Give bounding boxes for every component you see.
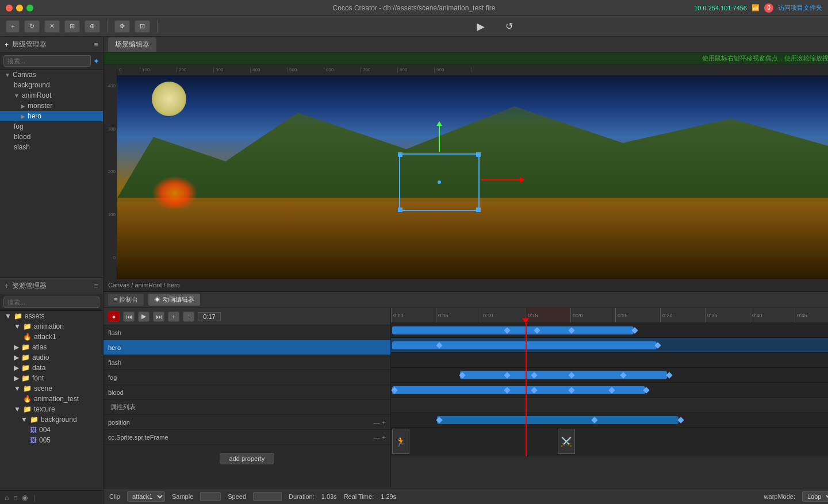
move-tool-button[interactable]: ✥: [114, 20, 130, 33]
hierarchy-menu-icon[interactable]: ≡: [94, 40, 98, 49]
rect-tool-button[interactable]: ⊡: [135, 20, 150, 33]
handle-tr[interactable]: [476, 152, 481, 157]
add2-button[interactable]: ⊕: [85, 20, 100, 33]
tree-item-monster[interactable]: ▶ monster: [0, 101, 103, 111]
timeline-track-hero[interactable]: [391, 338, 828, 353]
center-panel: 场景编辑器 ≡ 使用鼠标右键平移视窗焦点，使用滚轮缩放视图 400 300 20…: [103, 37, 828, 504]
slash-label: slash: [14, 143, 30, 151]
tree-item-canvas[interactable]: ▼ Canvas: [0, 70, 103, 80]
asset-item-atlas[interactable]: ▶ 📁 atlas: [0, 342, 103, 352]
console-tab[interactable]: ≡ 控制台: [108, 294, 144, 306]
hierarchy-search-input[interactable]: [3, 55, 91, 67]
track-fog[interactable]: fog: [103, 370, 390, 385]
atlas-folder-icon: 📁: [21, 343, 30, 351]
skip-back-button[interactable]: ⏮: [123, 311, 135, 322]
position-plus-btn[interactable]: +: [382, 419, 386, 426]
asset-item-004[interactable]: 🖼 004: [0, 425, 103, 435]
asset-item-font[interactable]: ▶ 📁 font: [0, 373, 103, 383]
clip-select[interactable]: attack1: [127, 491, 165, 502]
refresh-button[interactable]: ↻: [24, 20, 40, 33]
asset-item-bg-folder[interactable]: ▼ 📁 background: [0, 414, 103, 425]
kf-pos-3[interactable]: [677, 417, 684, 423]
time-input[interactable]: 0:17: [198, 312, 221, 321]
mark-020: 0:20: [570, 308, 615, 322]
timeline-track-blood[interactable]: [391, 383, 828, 398]
track-blood[interactable]: blood: [103, 385, 390, 400]
scene-canvas[interactable]: [117, 76, 828, 279]
hierarchy-add-icon[interactable]: +: [5, 41, 9, 49]
sprite-frame-minus-btn[interactable]: —: [374, 434, 380, 441]
asset-list-icon[interactable]: ≡: [13, 494, 17, 502]
add-button[interactable]: +: [6, 20, 20, 33]
timeline-track-sprite-frame[interactable]: 🏃 ⚔️: [391, 428, 828, 456]
ip-address: 10.0.254.101:7456: [694, 5, 747, 11]
scene-editor-tab[interactable]: 场景编辑器: [108, 37, 156, 52]
timeline-track-flash-2[interactable]: [391, 353, 828, 368]
position-minus-btn[interactable]: —: [374, 419, 380, 426]
close-button[interactable]: ✕: [44, 20, 60, 33]
speed-input[interactable]: 0.8: [253, 492, 282, 501]
animation-editor-tab[interactable]: ◈ 动画编辑器: [148, 294, 200, 306]
asset-home-icon[interactable]: ⌂: [5, 494, 9, 502]
asset-eye-icon[interactable]: ◉: [22, 494, 28, 502]
asset-item-assets[interactable]: ▼ 📁 assets: [0, 311, 103, 321]
mark-015: 0:15: [526, 308, 570, 322]
timeline-track-position[interactable]: [391, 413, 828, 428]
add-keyframe-button[interactable]: +: [168, 311, 179, 322]
handle-br[interactable]: [476, 207, 481, 212]
record-button[interactable]: ●: [108, 311, 120, 322]
tree-item-slash[interactable]: slash: [0, 142, 103, 152]
atlas-label: atlas: [32, 343, 47, 351]
tree-item-background[interactable]: background: [0, 80, 103, 90]
replay-button[interactable]: ↺: [501, 21, 518, 32]
track-flash-2[interactable]: flash: [103, 355, 390, 370]
skip-fwd-button[interactable]: ⏭: [153, 311, 164, 322]
assets-add-icon[interactable]: +: [5, 282, 9, 290]
asset-item-attack1[interactable]: 🔥 attack1: [0, 332, 103, 342]
tree-item-blood[interactable]: blood: [0, 132, 103, 142]
handle-bl[interactable]: [398, 207, 402, 212]
fullscreen-traffic-light[interactable]: [26, 5, 33, 11]
animation-timeline[interactable]: 0:00 0:05 0:10 0:15 0:20 0:25 0:30 0:35 …: [391, 308, 828, 488]
hero-selection-box[interactable]: [399, 153, 480, 211]
sprite-frame-plus-btn[interactable]: +: [382, 434, 386, 441]
asset-item-texture[interactable]: ▼ 📁 texture: [0, 404, 103, 414]
track-sprite-frame[interactable]: cc.Sprite.spriteFrame — +: [103, 430, 390, 445]
kf-fog-6[interactable]: [666, 372, 672, 378]
texture-folder-icon: 📁: [23, 405, 32, 413]
add-property-button[interactable]: add property: [220, 453, 275, 464]
asset-item-animation[interactable]: ▼ 📁 animation: [0, 321, 103, 332]
assets-search-input[interactable]: [3, 297, 99, 308]
timeline-track-fog[interactable]: [391, 368, 828, 383]
sample-input[interactable]: 60: [200, 492, 221, 501]
asset-item-scene[interactable]: ▼ 📁 scene: [0, 383, 103, 394]
asset-item-data[interactable]: ▶ 📁 data: [0, 363, 103, 373]
tree-item-fog[interactable]: fog: [0, 121, 103, 132]
track-flash-1[interactable]: flash: [103, 325, 390, 340]
asset-item-audio[interactable]: ▶ 📁 audio: [0, 352, 103, 363]
minimize-traffic-light[interactable]: [16, 5, 23, 11]
track-hero[interactable]: hero: [103, 340, 390, 355]
play-anim-button[interactable]: ▶: [138, 311, 150, 322]
project-link[interactable]: 访问项目文件夹: [778, 3, 822, 12]
more-button[interactable]: ⋮: [183, 311, 194, 322]
fog-label: fog: [14, 122, 24, 130]
assets-menu-icon[interactable]: ≡: [94, 282, 98, 290]
grid-button[interactable]: ⊞: [64, 20, 80, 33]
center-handle[interactable]: [438, 180, 441, 184]
atlas-arrow: ▶: [14, 343, 19, 351]
tree-item-animroot[interactable]: ▼ animRoot: [0, 90, 103, 101]
close-traffic-light[interactable]: [6, 5, 13, 11]
timeline-track-flash-1[interactable]: [391, 323, 828, 338]
handle-tl[interactable]: [398, 152, 402, 157]
warpmode-select[interactable]: Loop: [802, 491, 828, 502]
add-property-container: add property: [103, 445, 390, 472]
asset-item-005[interactable]: 🖼 005: [0, 435, 103, 445]
canvas-arrow: ▼: [5, 72, 10, 78]
asset-item-animation-test[interactable]: 🔥 animation_test: [0, 394, 103, 404]
tree-item-hero[interactable]: ▶ hero: [0, 111, 103, 121]
track-position-label: position: [108, 419, 130, 426]
track-position[interactable]: position — +: [103, 415, 390, 430]
scene-with-ruler: 400 300 200 100 0 0 100 200 300: [103, 64, 828, 279]
play-button[interactable]: ▶: [470, 20, 492, 33]
